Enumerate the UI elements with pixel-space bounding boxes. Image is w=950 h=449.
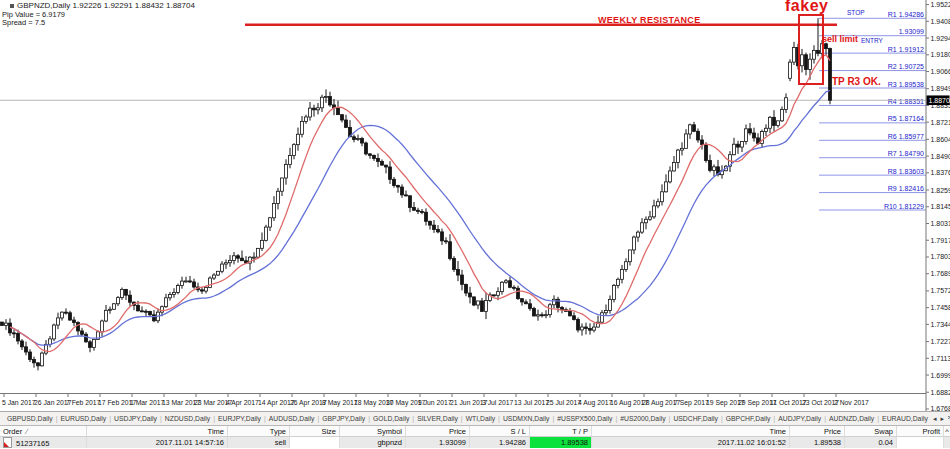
chart-tab-wti[interactable]: WTI,Daily — [463, 415, 498, 422]
candle-bull — [61, 312, 64, 318]
order-take-profit[interactable]: 1.89538 — [530, 437, 592, 448]
terminal-header-swap[interactable]: Swap — [845, 426, 897, 437]
y-axis-tick-label-11: 1.82590 — [931, 187, 950, 194]
candle-bear — [341, 115, 344, 120]
candle-bull — [733, 144, 736, 154]
candle-bull — [765, 128, 768, 131]
terminal-order-row[interactable]: 512371652017.11.01 14:57:16sellgbpnzd1.9… — [0, 437, 950, 448]
candle-bear — [29, 352, 32, 360]
candle-bear — [385, 165, 388, 167]
candle-bear — [153, 315, 156, 321]
candle-bull — [273, 203, 276, 217]
chart-tab-usdchf[interactable]: USDCHF,Daily — [670, 415, 721, 422]
order-stop-loss[interactable]: 1.94286 — [470, 437, 530, 448]
candle-bull — [265, 227, 268, 240]
order-symbol: gbpnzd — [340, 437, 406, 448]
candle-bull — [793, 47, 796, 62]
chart-tab-gold[interactable]: GOLD,Daily — [370, 415, 412, 422]
terminal-header-t-p[interactable]: T / P — [530, 426, 592, 437]
terminal-header-time[interactable]: Time — [87, 426, 228, 437]
y-axis-tick-label-17: 1.75720 — [931, 287, 950, 294]
chart-tab-gbpusd[interactable]: GBPUSD,Daily — [4, 415, 56, 422]
candle-bear — [25, 347, 28, 352]
chart-tab-gbpchf[interactable]: GBPCHF,Daily — [723, 415, 774, 422]
candle-bull — [221, 264, 224, 271]
terminal-header-s-l[interactable]: S / L — [470, 426, 530, 437]
candle-bull — [609, 299, 612, 310]
terminal-header-row: Order∕TimeTypeSizeSymbolPriceS / LT / PT… — [0, 426, 950, 437]
candle-bear — [697, 131, 700, 140]
candle-bull — [309, 108, 312, 117]
candle-bear — [749, 129, 752, 133]
candle-bear — [825, 44, 828, 49]
x-axis-tick-label-0: 5 Jan 2017 — [2, 399, 36, 406]
terminal-header-type[interactable]: Type — [228, 426, 290, 437]
candle-bull — [485, 301, 488, 312]
chart-tab-usdmxn[interactable]: USDMXN,Daily — [500, 415, 552, 422]
chart-tab-eurusd[interactable]: EURUSD,Daily — [58, 415, 110, 422]
terminal-header-profit[interactable]: Profit — [897, 426, 944, 437]
candle-bull — [641, 223, 644, 232]
order-size[interactable] — [290, 437, 340, 448]
terminal-header-price[interactable]: Price — [406, 426, 470, 437]
ma-slow-line — [10, 91, 830, 346]
chart-tab-eurjpy[interactable]: EURJPY,Daily — [215, 415, 264, 422]
chart-tab-#usspx500[interactable]: #USSPX500,Daily — [554, 415, 615, 422]
x-axis-tick-label-7: 4 Apr 2017 — [226, 399, 259, 407]
chart-tab-gbpjpy[interactable]: GBPJPY,Daily — [319, 415, 368, 422]
terminal-header-size[interactable]: Size — [290, 426, 340, 437]
x-axis-tick-label-13: 9 Jun 2017 — [418, 399, 452, 406]
chart-tab-audnzd[interactable]: AUDNZD,Daily — [826, 415, 877, 422]
chart-tab-#us2000[interactable]: #US2000,Daily — [617, 415, 668, 422]
y-axis-tick-label-8: 1.86040 — [931, 136, 950, 143]
tab-scroll-left-icon[interactable]: ◂ — [931, 415, 939, 423]
terminal-header-time[interactable]: Time — [592, 426, 790, 437]
candle-bull — [621, 269, 624, 279]
candle-bull — [781, 109, 784, 120]
candle-bear — [377, 158, 380, 161]
chart-panel[interactable]: R1 1.942861.93099R1 1.91912R2 1.90725R3 … — [0, 0, 950, 411]
candle-bear — [461, 275, 464, 284]
chart-tab-nzdusd[interactable]: NZDUSD,Daily — [162, 415, 213, 422]
candle-bear — [449, 242, 452, 259]
candle-bear — [241, 258, 244, 261]
chart-tab-audjpy[interactable]: AUDJPY,Daily — [775, 415, 824, 422]
chart-tab-audusd[interactable]: AUDUSD,Daily — [266, 415, 318, 422]
candle-bear — [481, 301, 484, 311]
candle-bull — [173, 292, 176, 294]
y-axis-tick-label-16: 1.76890 — [931, 270, 950, 277]
candle-bull — [537, 315, 540, 316]
y-axis-tick-label-3: 1.91800 — [931, 51, 950, 58]
candle-bear — [705, 145, 708, 161]
candle-bear — [189, 281, 192, 282]
terminal-header-price[interactable]: Price — [790, 426, 845, 437]
terminal-scroll-track[interactable] — [944, 437, 950, 448]
candle-bull — [665, 182, 668, 192]
candle-bear — [465, 284, 468, 293]
pivot-label-11: R10 1.81229 — [884, 203, 924, 210]
order-order-id: 51237165 — [0, 437, 87, 448]
price-chart[interactable]: R1 1.942861.93099R1 1.91912R2 1.90725R3 … — [0, 0, 950, 411]
candle-bull — [605, 310, 608, 312]
terminal-header-order[interactable]: Order∕ — [0, 426, 87, 437]
candle-bear — [389, 167, 392, 179]
candle-bear — [433, 225, 436, 229]
candle-bear — [585, 327, 588, 329]
pivot-label-10: R9 1.82416 — [888, 185, 924, 192]
terminal-header-symbol[interactable]: Symbol — [340, 426, 406, 437]
chart-tab-euraud[interactable]: EURAUD,Daily — [879, 415, 931, 422]
candle-bear — [409, 196, 412, 208]
candle-bear — [361, 139, 364, 143]
terminal-scroll-up-icon[interactable]: ^ — [944, 426, 950, 437]
x-axis-tick-label-26: 2 Nov 2017 — [834, 399, 869, 406]
candle-bull — [689, 125, 692, 134]
candle-bull — [289, 155, 292, 164]
tab-scroll-right-icon[interactable]: ▸ — [938, 415, 946, 423]
chart-tab-usdjpy[interactable]: USDJPY,Daily — [111, 415, 160, 422]
candle-bear — [509, 281, 512, 288]
candle-bear — [345, 120, 348, 127]
chart-tab-silver[interactable]: SILVER,Daily — [414, 415, 461, 422]
candle-bear — [393, 179, 396, 185]
candle-bull — [181, 281, 184, 285]
candle-bear — [405, 195, 408, 196]
